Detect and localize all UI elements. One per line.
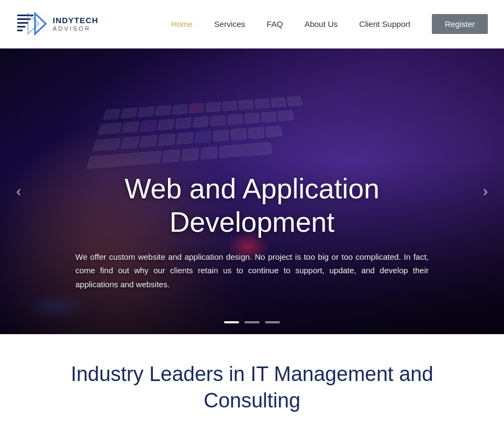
- slider-next-button[interactable]: ›: [478, 177, 493, 205]
- section-heading: Industry Leaders in IT Management and Co…: [43, 361, 461, 414]
- hero-content: Web and Application Development We offer…: [0, 172, 504, 291]
- slider-dot-3[interactable]: [265, 321, 280, 323]
- hero-slider: ‹ Web and Application Development We off…: [0, 49, 504, 334]
- nav-faq[interactable]: FAQ: [267, 19, 283, 29]
- svg-marker-5: [35, 13, 46, 34]
- logo-text: INDYTECH ADVISOR: [53, 16, 99, 32]
- nav-services[interactable]: Services: [214, 19, 246, 29]
- header: INDYTECH ADVISOR Home Services FAQ About…: [0, 0, 504, 49]
- hero-description: We offer custom website and application …: [75, 250, 429, 292]
- section-title-area: Industry Leaders in IT Management and Co…: [0, 334, 504, 431]
- hero-title: Web and Application Development: [75, 172, 429, 239]
- svg-rect-2: [17, 22, 28, 24]
- slider-dot-2[interactable]: [244, 321, 260, 323]
- svg-rect-1: [17, 18, 31, 20]
- logo-advisor: ADVISOR: [53, 25, 99, 32]
- nav-client-support[interactable]: Client Support: [359, 19, 410, 29]
- logo: INDYTECH ADVISOR: [16, 9, 99, 39]
- slider-dots: [224, 321, 280, 323]
- nav-home[interactable]: Home: [171, 19, 193, 29]
- logo-indytech: INDYTECH: [53, 16, 99, 25]
- slider-dot-1[interactable]: [224, 321, 239, 323]
- svg-rect-3: [17, 26, 25, 27]
- svg-rect-4: [17, 30, 23, 31]
- logo-icon: [16, 9, 48, 39]
- main-nav: Home Services FAQ About Us Client Suppor…: [171, 14, 488, 34]
- nav-about-us[interactable]: About Us: [304, 19, 338, 29]
- register-button[interactable]: Register: [432, 14, 488, 34]
